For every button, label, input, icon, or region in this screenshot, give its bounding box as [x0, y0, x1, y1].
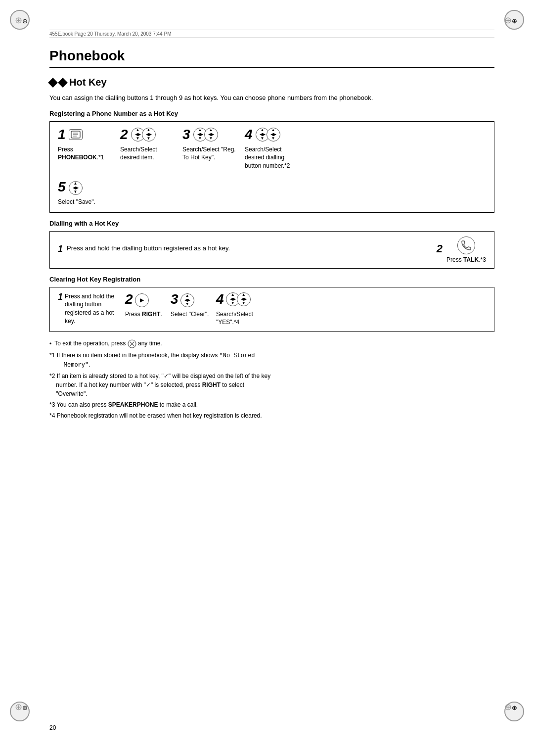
clear-step-3-number: 3	[171, 292, 178, 306]
page-title: Phonebook	[49, 48, 494, 68]
clear-step-1-desc: Press and hold the dialling button regis…	[65, 292, 119, 326]
diamond-icon-1	[48, 78, 58, 88]
registering-heading: Registering a Phone Number as a Hot Key	[49, 110, 494, 117]
clear-step-1-number: 1	[58, 292, 63, 301]
step-5-desc: Select "Save".	[58, 198, 95, 206]
step-3-number: 3	[182, 128, 190, 142]
step-5-number: 5	[58, 180, 66, 194]
clear-step-3: 3 ▲ ◀▶ ▼ Select "Clear".	[171, 292, 210, 319]
clear-step-4: 4 ▲ ◀▶ ▼ ▲ ◀▶ ▼	[216, 292, 270, 327]
dialling-step-box: 1 Press and hold the dialling button reg…	[49, 231, 494, 269]
hot-key-heading-text: Hot Key	[69, 77, 107, 88]
cancel-icon	[128, 339, 136, 348]
clearing-step-box: 1 Press and hold the dialling button reg…	[49, 287, 494, 332]
reg-mark-tl: ⊕	[15, 15, 30, 30]
step-5-icon: ▲ ◀▶ ▼	[69, 181, 83, 195]
note-1-text: *1 If there is no item stored in the pho…	[49, 351, 494, 370]
page: ⊕ ⊕ ⊕ ⊕ 455E.book Page 20 Thursday, Marc…	[0, 0, 534, 756]
clear-step-1: 1 Press and hold the dialling button reg…	[58, 292, 119, 326]
dialling-step1-text: Press and hold the dialling button regis…	[67, 244, 230, 252]
clear-step-4-desc: Search/Select "YES".*4	[216, 310, 270, 327]
note-bullet-text: To exit the operation, press any time.	[54, 339, 494, 348]
dialling-step2: Press TALK.*3	[446, 236, 486, 263]
step-5: 5 ▲ ◀▶ ▼ Select "Save".	[58, 180, 97, 206]
step-4-icon: ▲ ◀▶ ▼ ▲ ◀▶ ▼	[256, 128, 280, 142]
section-heading-hotkey: Hot Key	[49, 77, 494, 88]
reg-mark-bl: ⊕	[15, 702, 30, 716]
book-info: 455E.book Page 20 Thursday, March 20, 20…	[49, 30, 494, 38]
note-3: *3 You can also press SPEAKERPHONE to ma…	[49, 400, 494, 409]
note-1: *1 If there is no item stored in the pho…	[49, 351, 494, 370]
registering-step-box: 1 Press PHONEBOOK.*1 2	[49, 121, 494, 213]
dialling-step1-number: 1	[58, 244, 63, 253]
step-3-icon: ▲ ◀▶ ▼ ▲ ◀▶ ▼	[193, 128, 218, 142]
clear-step-2: 2 ▶ Press RIGHT.	[125, 292, 165, 319]
step-4-desc: Search/Select desired dialling button nu…	[245, 145, 299, 170]
step-2-desc: Search/Select desired item.	[120, 145, 175, 162]
note-2-text: *2 If an item is already stored to a hot…	[49, 372, 494, 398]
note-3-text: *3 You can also press SPEAKERPHONE to ma…	[49, 400, 494, 409]
hot-key-intro: You can assign the dialling buttons 1 th…	[49, 93, 494, 103]
step-2-icon: ▲ ◀▶ ▼ ▲ ◀▶ ▼	[131, 128, 156, 142]
notes-section: • To exit the operation, press any time.…	[49, 339, 494, 420]
note-4-text: *4 Phonebook registration will not be er…	[49, 411, 494, 420]
step-3-desc: Search/Select "Reg. To Hot Key".	[182, 145, 237, 162]
dialling-step2-number: 2	[437, 243, 443, 254]
step-2-number: 2	[120, 128, 128, 142]
note-4: *4 Phonebook registration will not be er…	[49, 411, 494, 420]
step-1-desc: Press PHONEBOOK.*1	[58, 145, 112, 162]
clear-step-3-icon: ▲ ◀▶ ▼	[180, 293, 194, 307]
step-1: 1 Press PHONEBOOK.*1	[58, 128, 112, 162]
clear-step-3-desc: Select "Clear".	[171, 310, 209, 319]
note-bullet: • To exit the operation, press any time.	[49, 339, 494, 349]
reg-mark-br: ⊕	[504, 702, 519, 716]
dialling-step2-desc: Press TALK.*3	[446, 256, 486, 263]
clear-step-2-icon: ▶	[135, 293, 149, 307]
step-4-number: 4	[245, 128, 253, 142]
step-3: 3 ▲ ◀▶ ▼ ▲ ◀▶ ▼	[182, 128, 237, 162]
clear-step-4-icon: ▲ ◀▶ ▼ ▲ ◀▶ ▼	[226, 292, 251, 306]
talk-icon	[457, 236, 475, 254]
clear-step-4-number: 4	[216, 292, 224, 306]
bullet-symbol: •	[49, 339, 51, 349]
step-4: 4 ▲ ◀▶ ▼ ▲ ◀▶ ▼	[245, 128, 299, 170]
clear-step-2-desc: Press RIGHT.	[125, 310, 162, 319]
reg-mark-tr: ⊕	[504, 15, 519, 30]
diamond-icon-2	[58, 78, 68, 88]
page-number: 20	[49, 724, 56, 731]
clear-step-2-number: 2	[125, 292, 133, 306]
clearing-heading: Clearing Hot Key Registration	[49, 276, 494, 283]
step-2: 2 ▲ ◀▶ ▼ ▲ ◀▶ ▼	[120, 128, 175, 162]
dialling-heading: Dialling with a Hot Key	[49, 220, 494, 227]
phonebook-button-icon	[69, 129, 83, 140]
step-1-number: 1	[58, 128, 66, 142]
note-2: *2 If an item is already stored to a hot…	[49, 372, 494, 398]
dialling-step1: 1 Press and hold the dialling button reg…	[58, 244, 427, 255]
